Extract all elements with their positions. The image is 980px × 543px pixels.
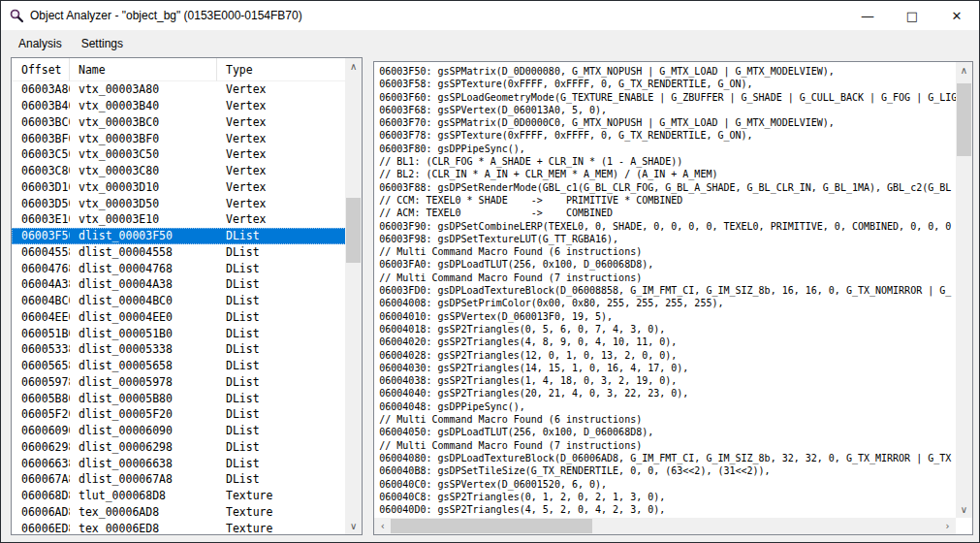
code-line: 06004018: gsSP2Triangles(0, 5, 6, 0, 7, … [379,323,956,335]
menu-settings[interactable]: Settings [72,33,133,54]
menu-analysis[interactable]: Analysis [9,33,72,54]
table-row[interactable]: 06003E10vtx_00003E10Vertex [12,211,348,228]
table-row[interactable]: 06006638dlist_00006638DList [12,455,348,471]
cell-offset: 06003BF0 [12,130,70,146]
cell-type: DList [217,309,346,326]
code-horizontal-scrollbar[interactable]: ‹ › [374,518,956,534]
cell-offset: 06004A38 [12,276,70,293]
scrollbar-thumb[interactable] [346,198,361,263]
code-line: 06004020: gsSP2Triangles(4, 8, 9, 0, 4, … [379,335,956,348]
code-line: 06003F70: gsSPMatrix(D_0D0000C0, G_MTX_N… [379,116,956,129]
scroll-left-icon[interactable]: ‹ [374,518,391,534]
code-line: 06004028: gsSP2Triangles(12, 0, 1, 0, 13… [379,349,956,362]
scroll-up-icon[interactable]: ∧ [345,58,362,75]
table-row[interactable]: 06005B80dlist_00005B80DList [12,390,348,406]
table-row[interactable]: 060068D8tlut_000068D8Texture [12,488,348,504]
code-line: 06004010: gsSPVertex(D_060013F0, 19, 5), [379,310,956,323]
cell-type: Vertex [217,179,346,196]
table-row[interactable]: 06004558dlist_00004558DList [12,244,348,261]
scrollbar-thumb[interactable] [391,519,592,533]
table-row[interactable]: 06004BC0dlist_00004BC0DList [12,293,348,309]
column-header-type[interactable]: Type [217,58,346,81]
list-vertical-scrollbar[interactable]: ∧ ∨ [345,58,362,534]
table-row[interactable]: 06003B40vtx_00003B40Vertex [12,98,348,114]
cell-name: dlist_00005B80 [70,390,217,406]
titlebar[interactable]: Object Analyzer - "object_bg" (0153E000-… [1,1,979,30]
scroll-right-icon[interactable]: › [939,518,956,534]
code-line: 06004038: gsSP2Triangles(1, 4, 18, 0, 3,… [379,374,956,387]
cell-name: dlist_000067A8 [70,471,217,488]
scroll-down-icon[interactable]: ∨ [956,501,972,518]
table-row[interactable]: 060067A8dlist_000067A8DList [12,471,348,488]
cell-name: vtx_00003E10 [70,211,217,228]
cell-type: DList [217,471,346,488]
cell-name: vtx_00003A80 [70,81,217,98]
code-line: 060040B8: gsDPSetTileSize(G_TX_RENDERTIL… [379,464,956,477]
cell-type: Texture [217,488,346,504]
table-row[interactable]: 06003D10vtx_00003D10Vertex [12,179,348,196]
disassembly-panel: 06003F50: gsSPMatrix(D_0D000080, G_MTX_N… [373,61,973,535]
cell-offset: 06005338 [12,341,70,358]
table-row[interactable]: 06006298dlist_00006298DList [12,439,348,456]
cell-name: dlist_00006090 [70,423,217,439]
table-row[interactable]: 06004EE0dlist_00004EE0DList [12,309,348,326]
table-row[interactable]: 06004A38dlist_00004A38DList [12,276,348,293]
cell-name: tex_00006ED8 [70,520,217,535]
cell-offset: 06005978 [12,374,70,391]
table-row[interactable]: 06003C80vtx_00003C80Vertex [12,163,348,179]
cell-name: dlist_00005338 [70,341,217,358]
table-row[interactable]: 06005338dlist_00005338DList [12,341,348,358]
cell-offset: 06003A80 [12,81,70,98]
maximize-button[interactable]: □ [890,1,934,30]
cell-type: Vertex [217,130,346,146]
cell-type: DList [217,228,346,244]
scroll-down-icon[interactable]: ∨ [345,518,362,534]
cell-type: Vertex [217,114,346,131]
cell-name: dlist_00006638 [70,455,217,471]
code-line: // Multi Command Macro Found (7 instruct… [379,439,956,452]
table-row[interactable]: 06004768dlist_00004768DList [12,260,348,276]
cell-type: DList [217,244,346,261]
code-vertical-scrollbar[interactable]: ∧ ∨ [956,62,972,518]
code-line: 06004048: gsDPPipeSync(), [379,400,956,413]
code-line: 06003F80: gsDPPipeSync(), [379,143,956,155]
code-line: 06004050: gsDPLoadTLUT(256, 0x100, D_060… [379,426,956,438]
table-row[interactable]: 06003C50vtx_00003C50Vertex [12,146,348,163]
code-view[interactable]: 06003F50: gsSPMatrix(D_0D000080, G_MTX_N… [374,62,956,518]
code-line: // Multi Command Macro Found (7 instruct… [379,272,956,284]
cell-type: Vertex [217,146,346,163]
cell-name: dlist_00003F50 [70,228,217,244]
cell-offset: 06006AD8 [12,504,70,521]
table-row[interactable]: 06003BF0vtx_00003BF0Vertex [12,130,348,146]
table-row[interactable]: 06006AD8tex_00006AD8Texture [12,504,348,521]
scrollbar-thumb[interactable] [957,83,971,156]
minimize-button[interactable]: — [845,1,890,30]
cell-type: DList [217,374,346,391]
column-header-offset[interactable]: Offset [12,58,70,81]
table-row[interactable]: 06005978dlist_00005978DList [12,374,348,391]
code-line: 06003FD0: gsDPLoadTextureBlock(D_0600885… [379,284,956,297]
cell-offset: 06003BC0 [12,114,70,131]
table-row[interactable]: 06005658dlist_00005658DList [12,358,348,374]
table-row[interactable]: 06003F50dlist_00003F50DList [12,228,348,244]
code-line: // BL2: (CLR_IN * A_IN + CLR_MEM * A_MEM… [379,168,956,180]
table-row[interactable]: 06003D50vtx_00003D50Vertex [12,195,348,211]
cell-name: vtx_00003BC0 [70,114,217,131]
cell-name: dlist_00004A38 [70,276,217,293]
table-row[interactable]: 06005F20dlist_00005F20DList [12,406,348,423]
code-line: 060040C0: gsSPVertex(D_06001520, 6, 0), [379,478,956,491]
cell-name: vtx_00003C50 [70,146,217,163]
table-row[interactable]: 06006090dlist_00006090DList [12,423,348,439]
scroll-up-icon[interactable]: ∧ [956,62,972,79]
table-row[interactable]: 06003A80vtx_00003A80Vertex [12,81,348,98]
table-row[interactable]: 06006ED8tex_00006ED8Texture [12,520,348,535]
close-button[interactable]: ✕ [934,1,979,30]
code-line: // BL1: (CLR_FOG * A_SHADE + CLR_IN * (1… [379,155,956,168]
cell-name: dlist_000051B0 [70,325,217,341]
code-line: 06004008: gsDPSetPrimColor(0x00, 0x80, 2… [379,297,956,309]
table-row[interactable]: 060051B0dlist_000051B0DList [12,325,348,341]
cell-offset: 06004BC0 [12,293,70,309]
table-row[interactable]: 06003BC0vtx_00003BC0Vertex [12,114,348,131]
list-header: Offset Name Type [12,58,362,81]
column-header-name[interactable]: Name [70,58,217,81]
